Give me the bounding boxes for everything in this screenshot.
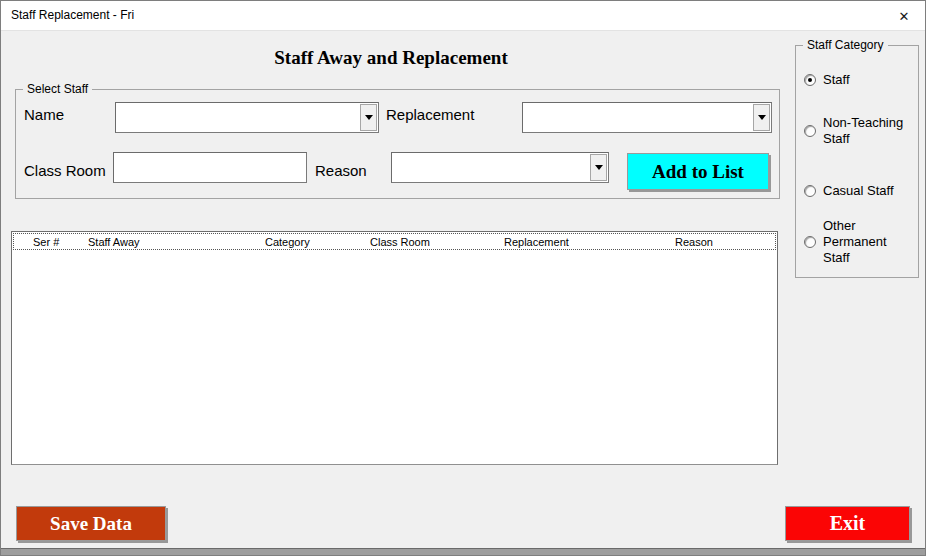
replacement-combobox[interactable] bbox=[522, 102, 772, 133]
class-room-input[interactable] bbox=[113, 152, 307, 183]
window-bottom-edge bbox=[1, 548, 925, 555]
chevron-down-icon bbox=[365, 115, 373, 120]
radio-button-icon bbox=[804, 236, 816, 248]
select-staff-legend: Select Staff bbox=[23, 82, 92, 96]
radio-staff-label: Staff bbox=[823, 72, 850, 88]
reason-dropdown-button[interactable] bbox=[590, 154, 607, 181]
radio-non-teaching-staff-label: Non-Teaching Staff bbox=[823, 115, 911, 147]
column-header-category: Category bbox=[265, 236, 370, 248]
radio-casual-staff-label: Casual Staff bbox=[823, 183, 894, 199]
name-dropdown-button[interactable] bbox=[360, 104, 377, 131]
chevron-down-icon bbox=[758, 115, 766, 120]
close-icon[interactable]: ✕ bbox=[893, 6, 915, 26]
name-label: Name bbox=[24, 106, 64, 123]
radio-other-permanent-staff-label: Other Permanent Staff bbox=[823, 218, 911, 266]
column-header-class-room: Class Room bbox=[370, 236, 504, 248]
chevron-down-icon bbox=[595, 165, 603, 170]
list-header-row: Ser # Staff Away Category Class Room Rep… bbox=[13, 233, 776, 250]
staff-category-group: Staff Category Staff Non-Teaching Staff … bbox=[795, 45, 919, 278]
staff-category-legend: Staff Category bbox=[803, 38, 888, 52]
save-data-button[interactable]: Save Data bbox=[16, 506, 166, 541]
replacement-dropdown-button[interactable] bbox=[753, 104, 770, 131]
title-bar: Staff Replacement - Fri ✕ bbox=[1, 1, 925, 31]
class-room-label: Class Room bbox=[24, 162, 106, 179]
radio-button-icon bbox=[804, 74, 816, 86]
radio-casual-staff[interactable]: Casual Staff bbox=[804, 183, 912, 199]
staff-away-listbox[interactable]: Ser # Staff Away Category Class Room Rep… bbox=[11, 231, 778, 465]
radio-button-icon bbox=[804, 185, 816, 197]
radio-staff[interactable]: Staff bbox=[804, 72, 912, 88]
exit-button[interactable]: Exit bbox=[785, 506, 910, 541]
page-title: Staff Away and Replacement bbox=[1, 47, 781, 69]
list-rows bbox=[13, 250, 776, 463]
reason-label: Reason bbox=[315, 162, 367, 179]
radio-button-icon bbox=[804, 125, 816, 137]
column-header-staff-away: Staff Away bbox=[88, 236, 265, 248]
replacement-label: Replacement bbox=[386, 106, 474, 123]
staff-replacement-window: Staff Replacement - Fri ✕ Staff Away and… bbox=[0, 0, 926, 556]
radio-other-permanent-staff[interactable]: Other Permanent Staff bbox=[804, 218, 912, 266]
reason-combobox[interactable] bbox=[391, 152, 609, 183]
column-header-replacement: Replacement bbox=[504, 236, 675, 248]
radio-non-teaching-staff[interactable]: Non-Teaching Staff bbox=[804, 115, 912, 147]
add-to-list-button[interactable]: Add to List bbox=[627, 153, 769, 190]
column-header-reason: Reason bbox=[675, 236, 775, 248]
column-header-ser: Ser # bbox=[33, 236, 88, 248]
window-title: Staff Replacement - Fri bbox=[11, 8, 134, 22]
name-combobox[interactable] bbox=[115, 102, 379, 133]
